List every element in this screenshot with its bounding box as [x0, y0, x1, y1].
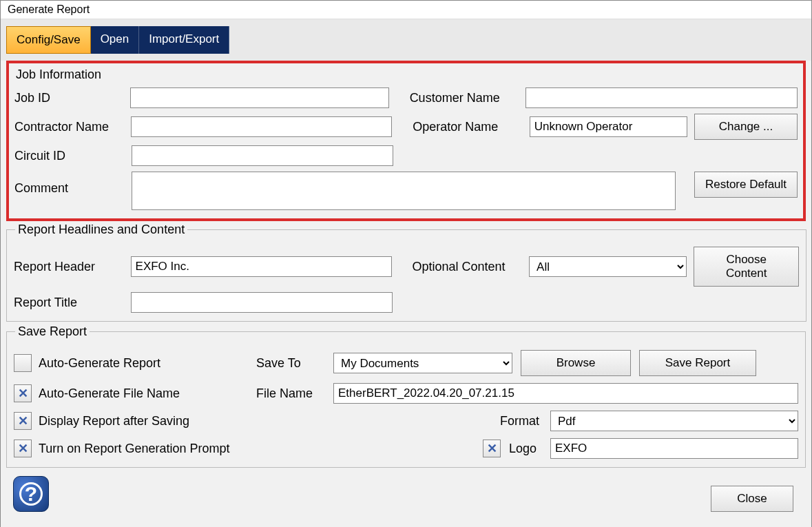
save-report-button[interactable]: Save Report: [639, 350, 756, 376]
file-name-input[interactable]: [333, 383, 798, 404]
x-icon: ✕: [487, 442, 497, 455]
optional-content-select[interactable]: All: [529, 256, 687, 277]
tab-import-export[interactable]: Import/Export: [139, 26, 229, 54]
report-title-input[interactable]: [131, 292, 393, 313]
question-mark-icon: ?: [19, 482, 43, 506]
comment-textarea[interactable]: [132, 172, 676, 210]
help-icon[interactable]: ?: [13, 476, 49, 512]
report-prompt-label: Turn on Report Generation Prompt: [39, 442, 229, 456]
display-after-save-label: Display Report after Saving: [39, 414, 189, 428]
report-header-input[interactable]: [131, 256, 392, 277]
x-icon: ✕: [18, 442, 28, 455]
circuit-id-label: Circuit ID: [14, 149, 125, 163]
comment-label: Comment: [14, 172, 125, 196]
change-operator-button[interactable]: Change ...: [694, 114, 798, 140]
window-title: Generate Report: [1, 1, 811, 19]
report-header-label: Report Header: [14, 260, 124, 274]
customer-name-label: Customer Name: [410, 91, 519, 105]
job-information-legend: Job Information: [16, 68, 798, 82]
format-select[interactable]: Pdf: [550, 411, 798, 431]
report-headlines-legend: Report Headlines and Content: [15, 223, 187, 237]
operator-name-label: Operator Name: [413, 120, 522, 134]
contractor-name-input[interactable]: [131, 116, 392, 137]
circuit-id-input[interactable]: [132, 145, 393, 166]
footer: ? Close: [6, 469, 806, 524]
optional-content-label: Optional Content: [413, 260, 523, 274]
logo-label: Logo: [509, 442, 542, 456]
tab-open[interactable]: Open: [91, 26, 140, 54]
job-id-label: Job ID: [14, 91, 123, 105]
report-prompt-checkbox[interactable]: ✕: [14, 440, 32, 457]
contractor-name-label: Contractor Name: [14, 120, 124, 134]
auto-generate-filename-label: Auto-Generate File Name: [39, 386, 180, 401]
tab-config-save[interactable]: Config/Save: [6, 26, 91, 54]
tab-bar: Config/Save Open Import/Export: [1, 19, 811, 61]
auto-generate-report-checkbox[interactable]: [14, 354, 32, 372]
report-headlines-group: Report Headlines and Content Report Head…: [6, 223, 806, 322]
x-icon: ✕: [18, 415, 28, 427]
operator-name-display: [530, 116, 687, 137]
job-id-input[interactable]: [130, 87, 389, 108]
format-label: Format: [484, 414, 539, 428]
save-to-select[interactable]: My Documents: [333, 353, 512, 373]
save-report-group: Save Report Auto-Generate Report Save To…: [6, 324, 806, 468]
save-report-legend: Save Report: [15, 324, 90, 339]
display-after-save-checkbox[interactable]: ✕: [14, 412, 32, 430]
report-title-label: Report Title: [14, 296, 124, 310]
restore-default-button[interactable]: Restore Default: [694, 172, 798, 198]
x-icon: ✕: [18, 387, 28, 400]
browse-button[interactable]: Browse: [521, 350, 631, 376]
job-information-group: Job Information Job ID Customer Name Con…: [6, 61, 806, 221]
generate-report-window: Generate Report Config/Save Open Import/…: [0, 0, 812, 527]
logo-input[interactable]: [550, 438, 798, 459]
logo-checkbox[interactable]: ✕: [483, 440, 501, 457]
customer-name-input[interactable]: [525, 87, 798, 108]
choose-content-button[interactable]: Choose Content: [694, 247, 799, 287]
close-button[interactable]: Close: [711, 486, 793, 512]
auto-generate-filename-checkbox[interactable]: ✕: [14, 384, 32, 402]
content-area: Job Information Job ID Customer Name Con…: [1, 61, 811, 527]
file-name-label: File Name: [256, 386, 325, 401]
auto-generate-report-label: Auto-Generate Report: [39, 356, 160, 371]
save-to-label: Save To: [256, 356, 325, 371]
